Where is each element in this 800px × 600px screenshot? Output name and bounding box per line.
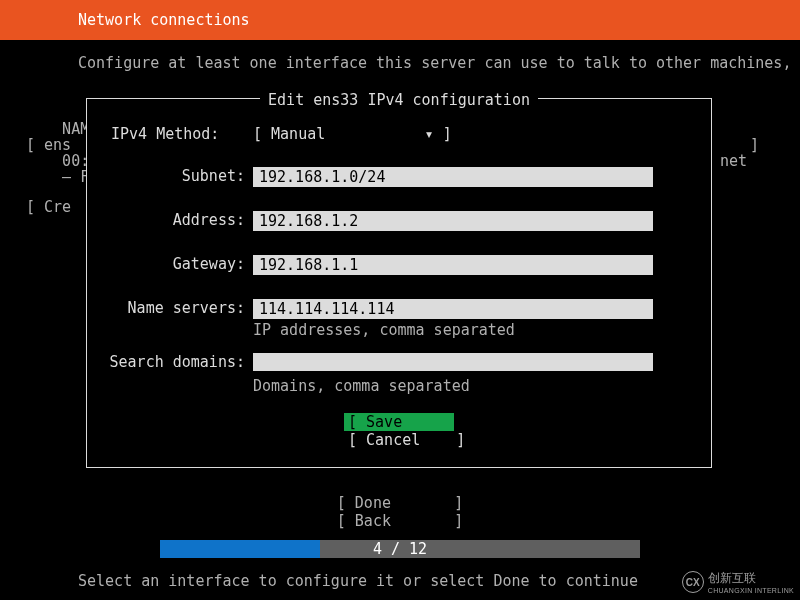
search-domains-label: Search domains:: [103, 353, 253, 371]
nameservers-label: Name servers:: [103, 299, 253, 317]
ipv4-config-dialog: Edit ens33 IPv4 configuration IPv4 Metho…: [86, 98, 712, 468]
watermark-text: 创新互联: [708, 570, 794, 587]
cancel-button[interactable]: [ Cancel ]: [344, 431, 454, 449]
address-label: Address:: [103, 211, 253, 229]
subnet-input[interactable]: 192.168.1.0/24: [253, 167, 653, 187]
bg-create-left: [ Cre: [26, 198, 71, 216]
nameservers-hint: IP addresses, comma separated: [253, 321, 695, 339]
dialog-title: Edit ens33 IPv4 configuration: [260, 91, 538, 109]
search-domains-hint: Domains, comma separated: [253, 377, 695, 395]
page-title: Network connections: [78, 11, 250, 29]
watermark-logo-icon: CX: [682, 571, 704, 593]
help-text: Configure at least one interface this se…: [0, 40, 800, 86]
progress-label: 4 / 12: [160, 540, 640, 558]
header-bar: Network connections: [0, 0, 800, 40]
footer-text: Select an interface to configure it or s…: [78, 572, 638, 590]
gateway-input[interactable]: 192.168.1.1: [253, 255, 653, 275]
bg-desc-left: – F: [26, 168, 89, 186]
address-input[interactable]: 192.168.1.2: [253, 211, 653, 231]
nameservers-input[interactable]: 114.114.114.114: [253, 299, 653, 319]
method-dropdown[interactable]: [ Manual ▾ ]: [253, 125, 452, 143]
watermark-sub: CHUANGXIN INTERLINK: [708, 587, 794, 594]
watermark: CX 创新互联 CHUANGXIN INTERLINK: [682, 570, 794, 594]
subnet-label: Subnet:: [103, 167, 253, 185]
bg-mac-right: net: [720, 152, 747, 170]
back-button[interactable]: [ Back ]: [0, 512, 800, 530]
gateway-label: Gateway:: [103, 255, 253, 273]
search-domains-input[interactable]: [253, 353, 653, 371]
bottom-buttons: [ Done ] [ Back ]: [0, 494, 800, 530]
progress-bar: 4 / 12: [160, 540, 640, 558]
save-button[interactable]: [ Save ]: [344, 413, 454, 431]
bg-iface-right: ]: [750, 136, 759, 154]
method-label: IPv4 Method:: [103, 125, 253, 143]
done-button[interactable]: [ Done ]: [0, 494, 800, 512]
